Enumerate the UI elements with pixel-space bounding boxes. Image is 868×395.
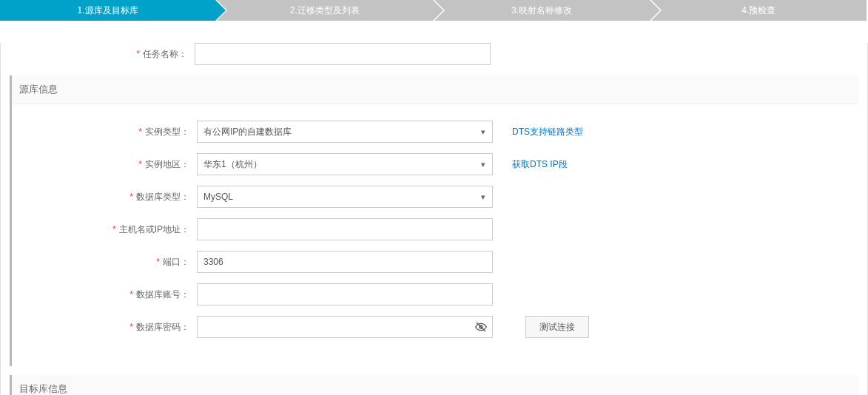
account-field: *数据库账号： (12, 283, 858, 305)
region-select[interactable]: 华东1（杭州） (197, 153, 493, 175)
step-2-migration-type[interactable]: 2.迁移类型及列表 (217, 0, 432, 21)
task-name-input[interactable] (195, 43, 491, 65)
host-field: *主机名或IP地址： (12, 218, 858, 240)
password-input[interactable] (197, 316, 493, 338)
test-connection-button[interactable]: 测试连接 (525, 316, 589, 338)
step-3-mapping[interactable]: 3.映射名称修改 (434, 0, 650, 21)
account-input[interactable] (197, 283, 493, 305)
db-type-label: *数据库类型： (12, 191, 197, 203)
instance-type-field: *实例类型： 有公网IP的自建数据库 DTS支持链路类型 (12, 121, 858, 143)
dts-ip-range-link[interactable]: 获取DTS IP段 (512, 159, 568, 169)
target-db-section: 目标库信息 (10, 375, 858, 395)
required-mark: * (156, 257, 160, 267)
step-1-source-target[interactable]: 1.源库及目标库 (0, 0, 215, 21)
dts-link-types-link[interactable]: DTS支持链路类型 (512, 126, 583, 137)
toggle-password-visibility-icon[interactable] (475, 321, 487, 333)
instance-type-label: *实例类型： (12, 126, 197, 138)
step-label: 3.映射名称修改 (511, 4, 572, 17)
source-db-section: 源库信息 *实例类型： 有公网IP的自建数据库 DTS支持链路类型 *实例地区： (10, 75, 858, 366)
host-label: *主机名或IP地址： (12, 223, 197, 236)
step-label: 2.迁移类型及列表 (290, 4, 360, 17)
port-input[interactable] (197, 251, 493, 273)
step-4-precheck[interactable]: 4.预检查 (651, 0, 867, 21)
port-label: *端口： (12, 256, 197, 269)
required-mark: * (129, 322, 133, 332)
step-label: 4.预检查 (741, 4, 776, 17)
target-section-title: 目标库信息 (12, 375, 858, 395)
instance-type-select[interactable]: 有公网IP的自建数据库 (197, 121, 493, 143)
task-name-field: *任务名称： (10, 43, 858, 65)
step-bar: 1.源库及目标库 2.迁移类型及列表 3.映射名称修改 4.预检查 (0, 0, 868, 21)
host-input[interactable] (197, 218, 493, 240)
step-label: 1.源库及目标库 (78, 4, 138, 17)
password-label: *数据库密码： (12, 321, 197, 334)
source-section-title: 源库信息 (12, 75, 858, 104)
required-mark: * (129, 192, 133, 202)
port-field: *端口： (12, 251, 858, 273)
account-label: *数据库账号： (12, 288, 197, 301)
required-mark: * (112, 224, 116, 234)
db-type-field: *数据库类型： MySQL (12, 186, 858, 208)
task-name-label: *任务名称： (10, 48, 195, 61)
region-label: *实例地区： (12, 158, 197, 171)
region-field: *实例地区： 华东1（杭州） 获取DTS IP段 (12, 153, 858, 175)
required-mark: * (138, 159, 142, 169)
required-mark: * (129, 289, 133, 300)
required-mark: * (136, 49, 140, 59)
password-field: *数据库密码： 测试连接 (12, 316, 858, 338)
db-type-select[interactable]: MySQL (197, 186, 493, 208)
required-mark: * (138, 126, 142, 137)
